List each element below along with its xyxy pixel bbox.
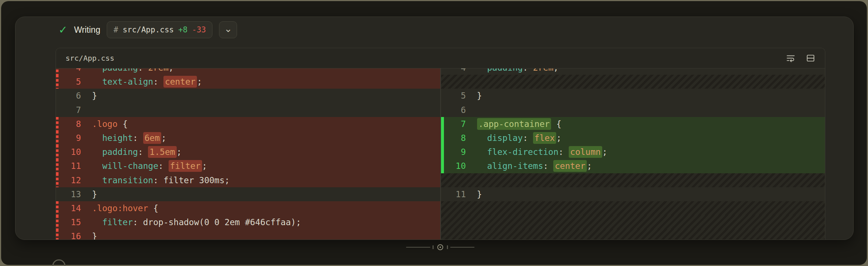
change-marker xyxy=(56,215,59,229)
change-marker xyxy=(441,187,444,201)
change-marker xyxy=(56,117,59,131)
code-token: padding xyxy=(487,68,523,72)
change-marker xyxy=(441,131,444,145)
code-token: ; xyxy=(225,175,230,185)
deletions-count: -33 xyxy=(192,25,206,34)
change-marker xyxy=(56,75,59,89)
code-token: 1.5em xyxy=(148,146,176,158)
code-token: display xyxy=(487,133,523,143)
diff-row: 6 xyxy=(441,103,825,117)
change-marker xyxy=(441,159,444,173)
line-number: 10 xyxy=(441,161,477,171)
line-number: 16 xyxy=(56,231,92,240)
hatch-filler xyxy=(441,215,825,229)
change-marker xyxy=(441,68,444,75)
diff-row: 11 will-change: filter; xyxy=(56,159,440,173)
diff-row: 6} xyxy=(56,89,440,103)
code-token: ; xyxy=(296,217,301,227)
code-token: { xyxy=(148,203,158,213)
code-line: will-change: filter; xyxy=(92,161,207,171)
code-token: : xyxy=(523,133,533,143)
code-line: height: 6em; xyxy=(92,133,166,143)
change-marker xyxy=(56,159,59,173)
check-icon: ✓ xyxy=(59,25,67,35)
code-token: .logo:hover xyxy=(92,203,148,213)
code-token xyxy=(92,133,102,143)
expand-button[interactable]: ⌄ xyxy=(219,21,237,38)
line-number: 4 xyxy=(441,68,477,72)
change-marker xyxy=(56,131,59,145)
code-token: { xyxy=(117,119,128,129)
diff-panel-actions xyxy=(786,53,815,63)
line-number: 8 xyxy=(56,119,92,129)
code-token: 6em xyxy=(143,132,162,144)
additions-count: +8 xyxy=(178,25,187,34)
diff-row: 9 flex-direction: column; xyxy=(441,145,825,159)
status-label: Writing xyxy=(74,25,100,35)
code-token: ; xyxy=(169,68,174,72)
code-token: : xyxy=(543,161,554,171)
diff-row: 13} xyxy=(56,187,440,201)
code-token: } xyxy=(92,189,97,199)
diff-pane-new: 4 padding: 2rem;5}67.app-container {8 di… xyxy=(440,68,825,240)
change-marker xyxy=(441,117,444,131)
hatch-filler xyxy=(441,201,825,215)
diff-row: 10 align-items: center; xyxy=(441,159,825,173)
code-token: ; xyxy=(161,133,166,143)
resize-knob-dot xyxy=(440,247,441,248)
code-token: : xyxy=(558,147,569,157)
code-line: } xyxy=(477,189,482,199)
code-line: padding: 1.5em; xyxy=(92,147,181,157)
diff-row: 8 display: flex; xyxy=(441,131,825,145)
split-view-icon[interactable] xyxy=(806,53,815,63)
code-token: ; xyxy=(556,133,561,143)
code-line: flex-direction: column; xyxy=(477,147,607,157)
resize-knob[interactable] xyxy=(437,244,443,250)
file-chip-filename: src/App.css xyxy=(123,25,174,34)
split-resize-handle[interactable] xyxy=(406,244,474,251)
change-marker xyxy=(56,229,59,240)
diff-row: 14.logo:hover { xyxy=(56,201,440,215)
diff-panel-header: src/App.css xyxy=(56,48,825,68)
code-token: } xyxy=(477,91,482,100)
diff-row: 9 height: 6em; xyxy=(56,131,440,145)
diff-row: 15 filter: drop-shadow(0 0 2em #646cffaa… xyxy=(56,215,440,229)
code-line: .app-container { xyxy=(477,119,562,129)
line-number: 6 xyxy=(56,91,92,100)
code-token xyxy=(92,147,102,157)
hash-icon: # xyxy=(113,25,118,34)
diff-scroll-area[interactable]: 4 padding: 2rem;5 text-align: center;6}7… xyxy=(56,68,825,240)
line-number: 13 xyxy=(56,189,92,199)
file-chip[interactable]: # src/App.css +8 -33 xyxy=(107,21,212,38)
change-marker xyxy=(441,89,444,103)
hatch-filler xyxy=(441,173,825,187)
change-marker xyxy=(56,89,59,103)
code-token: align-items xyxy=(487,161,543,171)
code-token: { xyxy=(551,119,561,129)
code-line: padding: 2rem; xyxy=(477,68,559,72)
change-marker xyxy=(56,103,59,117)
code-token: : xyxy=(158,161,169,171)
diff-row: 4 padding: 2rem; xyxy=(441,68,825,75)
code-line: .logo:hover { xyxy=(92,203,158,213)
code-token: : xyxy=(133,133,143,143)
line-number: 5 xyxy=(56,77,92,86)
resize-line-left xyxy=(406,247,430,248)
change-marker xyxy=(56,187,59,201)
word-wrap-icon[interactable] xyxy=(786,53,795,63)
hatch-filler xyxy=(441,75,825,89)
code-token: filter 300ms xyxy=(163,175,225,185)
change-marker xyxy=(56,173,59,187)
diff-pane-old: 4 padding: 2rem;5 text-align: center;6}7… xyxy=(56,68,440,240)
code-token: text-align xyxy=(102,77,153,86)
code-token: ; xyxy=(197,77,202,86)
line-number: 5 xyxy=(441,91,477,100)
line-number: 12 xyxy=(56,175,92,185)
code-token: } xyxy=(477,189,482,199)
code-token xyxy=(477,147,487,157)
line-number: 10 xyxy=(56,147,92,157)
change-marker xyxy=(56,201,59,215)
code-line: transition: filter 300ms; xyxy=(92,175,230,185)
status-bar: ✓ Writing # src/App.css +8 -33 ⌄ xyxy=(59,21,237,38)
code-line: display: flex; xyxy=(477,133,562,143)
